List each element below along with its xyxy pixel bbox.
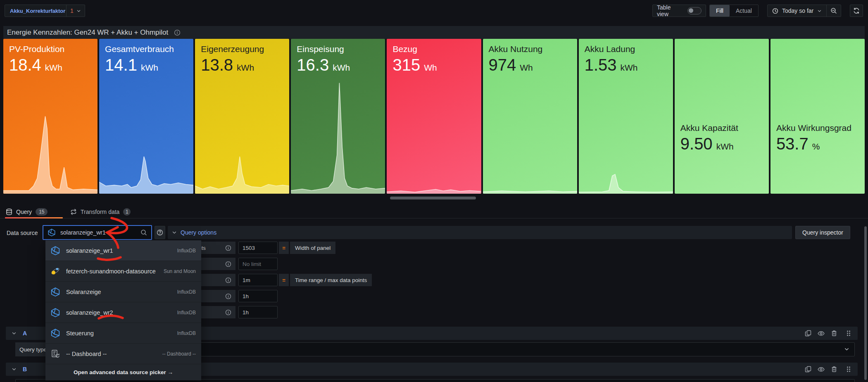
datasource-option-name: fetzerch-sunandmoon-datasource <box>66 268 156 275</box>
datasource-help-button[interactable] <box>155 226 165 239</box>
eye-icon[interactable] <box>818 330 825 337</box>
stat-panel-title: Akku Kapazität <box>680 122 763 133</box>
time-range-label: Today so far <box>782 7 813 14</box>
open-advanced-picker-button[interactable]: Open advanced data source picker → <box>45 364 201 380</box>
chevron-down-icon <box>172 230 177 235</box>
copy-icon[interactable] <box>805 366 811 373</box>
query-row-actions <box>805 366 852 373</box>
datasource-search-input[interactable] <box>59 229 137 236</box>
chevron-down-icon[interactable] <box>12 331 17 336</box>
datasource-option[interactable]: -- Dashboard ---- Dashboard -- <box>45 344 201 364</box>
stat-panel-content: Einspeisung16.3kWh <box>291 39 385 79</box>
datasource-option[interactable]: solaranzeige_wr2InfluxDB <box>45 302 201 323</box>
stat-panel-content: Gesamtverbrauch14.1kWh <box>99 39 193 79</box>
stat-panel-title: Gesamtverbrauch <box>105 43 188 55</box>
tab-transform-data[interactable]: Transform data 1 <box>70 205 131 218</box>
actual-button[interactable]: Actual <box>730 5 758 17</box>
chevron-down-icon[interactable] <box>12 367 17 372</box>
option-description: Width of panel <box>290 242 335 254</box>
stat-panel-value: 53.7% <box>776 134 859 153</box>
query-options-header[interactable]: Query options <box>168 226 792 239</box>
info-circle-icon <box>225 309 231 316</box>
stat-panel-title: Akku Wirkungsgrad <box>776 122 859 133</box>
datasource-picker[interactable] <box>43 225 152 240</box>
panel-row-header[interactable]: Energie Kennzahlen: Gen24 WR + Akku + Oh… <box>3 26 865 39</box>
tab-transform-label: Transform data <box>81 209 119 215</box>
stat-panel-2[interactable]: Gesamtverbrauch14.1kWh <box>99 39 193 194</box>
chevron-down-icon <box>844 346 849 354</box>
stat-panel-value: 974Wh <box>489 55 571 74</box>
datasource-option[interactable]: SteuerungInfluxDB <box>45 323 201 344</box>
stat-panel-4[interactable]: Einspeisung16.3kWh <box>291 39 385 194</box>
datasource-option[interactable]: solaranzeige_wr1InfluxDB <box>45 240 201 261</box>
table-view-toggle-group: Table view <box>652 5 706 17</box>
fill-button[interactable]: Fill <box>710 5 730 17</box>
database-icon <box>6 209 12 215</box>
datasource-option[interactable]: SolaranzeigeInfluxDB <box>45 282 201 302</box>
stat-panel-7[interactable]: Akku Ladung1.53kWh <box>579 39 673 194</box>
dashboard-icon <box>50 349 61 359</box>
stat-panel-title: Einspeisung <box>297 43 379 55</box>
equals-badge: = <box>279 274 289 286</box>
stat-panel-1[interactable]: PV-Produktion18.4kWh <box>3 39 98 194</box>
stat-panel-value: 18.4kWh <box>9 55 92 74</box>
datasource-option-name: solaranzeige_wr1 <box>66 247 113 254</box>
copy-icon[interactable] <box>805 330 811 337</box>
query-inspector-button[interactable]: Query inspector <box>795 226 850 239</box>
variable-value-dropdown[interactable]: 1 <box>66 5 85 17</box>
stat-panel-value: 13.8kWh <box>201 55 283 74</box>
stat-panel-value: 9.50kWh <box>680 134 763 153</box>
toggle-switch[interactable] <box>687 7 702 14</box>
stat-panel-5[interactable]: Bezug315Wh <box>387 39 481 194</box>
option-input[interactable]: No limit <box>238 258 278 270</box>
stat-panel-6[interactable]: Akku Nutzung974Wh <box>483 39 577 194</box>
stat-panel-8[interactable]: Akku Kapazität9.50kWh <box>675 39 769 194</box>
stat-panel-value: 315Wh <box>392 55 475 74</box>
time-range-picker[interactable]: Today so far <box>768 5 826 17</box>
editor-tabbar: Query 15 Transform data 1 <box>0 205 868 218</box>
option-input[interactable]: 1m <box>238 274 278 286</box>
fill-actual-segmented-control: Fill Actual <box>709 5 759 17</box>
equals-badge: = <box>279 242 289 254</box>
eye-icon[interactable] <box>818 366 825 373</box>
time-range-group: Today so far <box>767 5 841 17</box>
trash-icon[interactable] <box>831 366 837 373</box>
drag-handle-icon[interactable] <box>845 330 852 337</box>
tab-query[interactable]: Query 15 <box>6 205 48 218</box>
stat-panel-content: Akku Kapazität9.50kWh <box>675 39 769 158</box>
datasource-option-type: -- Dashboard -- <box>162 351 196 357</box>
chevron-down-icon <box>76 9 81 13</box>
option-input[interactable]: 1h <box>238 290 278 302</box>
datasource-dropdown-list: solaranzeige_wr1InfluxDBfetzerch-sunandm… <box>45 240 201 380</box>
horizontal-scrollbar[interactable] <box>390 197 476 199</box>
stat-panel-content: PV-Produktion18.4kWh <box>3 39 98 79</box>
option-input[interactable]: 1503 <box>238 242 278 254</box>
variable-value: 1 <box>70 7 74 14</box>
stat-panel-9[interactable]: Akku Wirkungsgrad53.7% <box>770 39 865 194</box>
tab-query-badge: 15 <box>36 208 48 216</box>
variable-label-button[interactable]: Akku_Korrekturfaktor <box>5 5 71 17</box>
variable-label: Akku_Korrekturfaktor <box>10 8 65 14</box>
panel-row-title: Energie Kennzahlen: Gen24 WR + Akku + Oh… <box>7 28 168 37</box>
query-row-actions <box>805 330 852 337</box>
option-input[interactable]: 1h <box>238 306 278 318</box>
drag-handle-icon[interactable] <box>845 366 852 373</box>
zoom-out-time-button[interactable] <box>826 5 841 17</box>
info-circle-icon <box>174 29 181 36</box>
query-row-b-label: B <box>23 366 27 373</box>
question-circle-icon <box>157 229 163 236</box>
stat-panel-content: Akku Wirkungsgrad53.7% <box>770 39 865 158</box>
stat-panel-content: Akku Ladung1.53kWh <box>579 39 673 79</box>
datasource-option-name: Solaranzeige <box>66 289 101 295</box>
stat-panel-3[interactable]: Eigenerzeugung13.8kWh <box>195 39 289 194</box>
table-view-label: Table view <box>657 4 683 17</box>
refresh-button[interactable] <box>850 5 863 17</box>
influxdb-icon <box>50 287 61 297</box>
vertical-scrollbar[interactable] <box>864 226 867 380</box>
trash-icon[interactable] <box>831 330 837 337</box>
datasource-option[interactable]: fetzerch-sunandmoon-datasourceSun and Mo… <box>45 261 201 282</box>
datasource-label: Data source <box>7 226 38 240</box>
query-row-a-label: A <box>23 330 27 337</box>
transform-icon <box>70 209 77 215</box>
datasource-option-name: -- Dashboard -- <box>66 351 107 357</box>
